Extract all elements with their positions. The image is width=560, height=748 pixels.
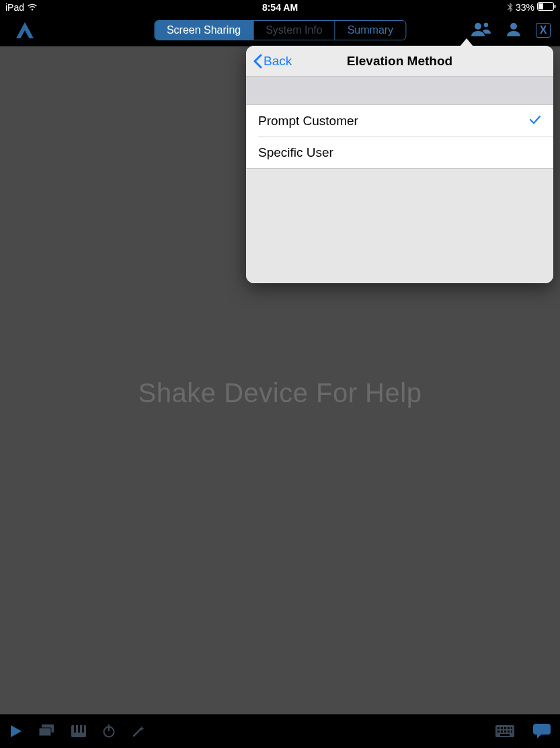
svg-rect-9 <box>74 725 76 733</box>
bottom-left-tools <box>8 724 145 739</box>
status-time: 8:54 AM <box>262 2 298 13</box>
bottom-right-tools <box>495 724 551 739</box>
power-icon[interactable] <box>102 724 116 738</box>
svg-rect-18 <box>508 727 510 729</box>
svg-rect-11 <box>82 725 84 733</box>
svg-rect-17 <box>504 727 506 729</box>
popover-arrow <box>460 38 473 46</box>
popover-header: Back Elevation Method <box>246 46 553 77</box>
option-specific-user[interactable]: Specific User <box>246 137 553 168</box>
battery-pct: 33% <box>516 2 534 13</box>
bottom-toolbar <box>0 714 560 748</box>
chat-icon[interactable] <box>533 724 551 739</box>
battery-icon <box>537 2 556 13</box>
device-label: iPad <box>5 2 24 13</box>
svg-rect-7 <box>39 728 51 736</box>
status-bar: iPad 8:54 AM 33% <box>0 0 560 15</box>
popover-spacer <box>246 77 553 105</box>
svg-rect-19 <box>511 727 512 729</box>
toolbar-right: X <box>471 22 551 39</box>
wifi-icon <box>27 3 38 11</box>
svg-rect-2 <box>555 5 556 8</box>
back-button[interactable]: Back <box>253 46 292 76</box>
svg-rect-16 <box>501 727 503 729</box>
close-button[interactable]: X <box>536 23 551 38</box>
customers-icon[interactable] <box>471 22 491 39</box>
elevation-options-list: Prompt Customer Specific User <box>246 105 553 169</box>
play-icon[interactable] <box>8 724 23 739</box>
svg-point-3 <box>475 23 481 30</box>
popover-title: Elevation Method <box>347 54 452 69</box>
svg-rect-10 <box>78 725 80 733</box>
tab-system-info[interactable]: System Info <box>253 21 335 40</box>
popover-empty-area <box>246 169 553 283</box>
svg-rect-23 <box>508 731 510 733</box>
svg-rect-22 <box>504 731 506 733</box>
svg-rect-13 <box>108 724 110 731</box>
piano-icon[interactable] <box>71 725 86 737</box>
shake-help-text: Shake Device For Help <box>0 378 560 408</box>
option-label: Prompt Customer <box>258 114 358 128</box>
elevation-method-popover: Back Elevation Method Prompt Customer Sp… <box>246 46 553 283</box>
screens-icon[interactable] <box>39 724 55 738</box>
svg-point-4 <box>484 23 488 27</box>
wand-icon[interactable] <box>132 724 145 738</box>
svg-rect-20 <box>497 731 499 733</box>
svg-rect-1 <box>538 3 543 9</box>
checkmark-icon <box>529 114 541 128</box>
svg-rect-24 <box>511 731 512 733</box>
top-toolbar: Screen Sharing System Info Summary X <box>0 15 560 46</box>
option-label: Specific User <box>258 145 333 160</box>
option-prompt-customer[interactable]: Prompt Customer <box>246 105 553 137</box>
svg-point-5 <box>510 23 517 30</box>
back-label: Back <box>264 54 292 69</box>
user-icon[interactable] <box>506 22 521 39</box>
app-logo-icon[interactable] <box>16 22 34 38</box>
keyboard-icon[interactable] <box>495 725 514 737</box>
view-segmented-control: Screen Sharing System Info Summary <box>154 20 406 40</box>
status-right: 33% <box>507 2 556 13</box>
svg-rect-21 <box>501 731 503 733</box>
bluetooth-icon <box>507 3 513 12</box>
svg-rect-25 <box>500 734 510 736</box>
tab-summary[interactable]: Summary <box>335 21 405 40</box>
tab-screen-sharing[interactable]: Screen Sharing <box>155 21 253 40</box>
svg-rect-15 <box>497 727 499 729</box>
status-left: iPad <box>5 2 38 13</box>
